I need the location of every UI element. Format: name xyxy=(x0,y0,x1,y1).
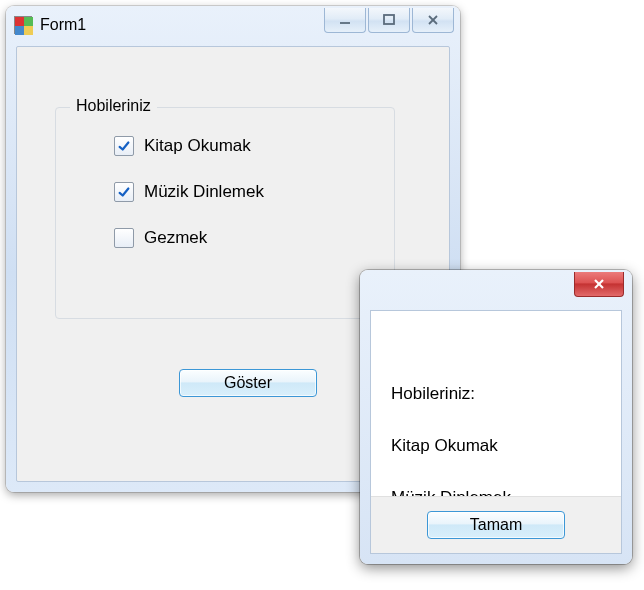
checkbox-label: Kitap Okumak xyxy=(144,136,251,156)
maximize-icon xyxy=(381,12,397,28)
close-icon xyxy=(591,276,607,292)
messagebox-footer: Tamam xyxy=(371,496,621,553)
hobbies-groupbox: Hobileriniz Kitap Okumak Müzik Dinlemek … xyxy=(55,107,395,319)
close-button[interactable] xyxy=(412,8,454,33)
show-button[interactable]: Göster xyxy=(179,369,317,397)
check-icon xyxy=(117,185,131,199)
message-box: Hobileriniz: Kitap Okumak Müzik Dinlemek… xyxy=(360,270,632,564)
messagebox-line: Hobileriniz: xyxy=(391,381,511,407)
caption-buttons xyxy=(322,8,454,33)
check-icon xyxy=(117,139,131,153)
ok-button[interactable]: Tamam xyxy=(427,511,565,539)
messagebox-titlebar[interactable] xyxy=(360,270,632,308)
groupbox-legend: Hobileriniz xyxy=(70,97,157,115)
checkbox-label: Müzik Dinlemek xyxy=(144,182,264,202)
hobby-row-muzik[interactable]: Müzik Dinlemek xyxy=(114,182,264,202)
messagebox-close-button[interactable] xyxy=(574,272,624,297)
maximize-button[interactable] xyxy=(368,8,410,33)
window-title: Form1 xyxy=(40,16,86,34)
checkbox-kitap[interactable] xyxy=(114,136,134,156)
app-icon xyxy=(14,16,32,34)
minimize-button[interactable] xyxy=(324,8,366,33)
checkbox-muzik[interactable] xyxy=(114,182,134,202)
svg-rect-1 xyxy=(384,15,394,24)
close-icon xyxy=(425,12,441,28)
hobby-row-kitap[interactable]: Kitap Okumak xyxy=(114,136,251,156)
messagebox-body: Hobileriniz: Kitap Okumak Müzik Dinlemek… xyxy=(370,310,622,554)
checkbox-gezmek[interactable] xyxy=(114,228,134,248)
checkbox-label: Gezmek xyxy=(144,228,207,248)
messagebox-line: Kitap Okumak xyxy=(391,433,511,459)
titlebar[interactable]: Form1 xyxy=(6,6,460,44)
minimize-icon xyxy=(337,12,353,28)
hobby-row-gezmek[interactable]: Gezmek xyxy=(114,228,207,248)
